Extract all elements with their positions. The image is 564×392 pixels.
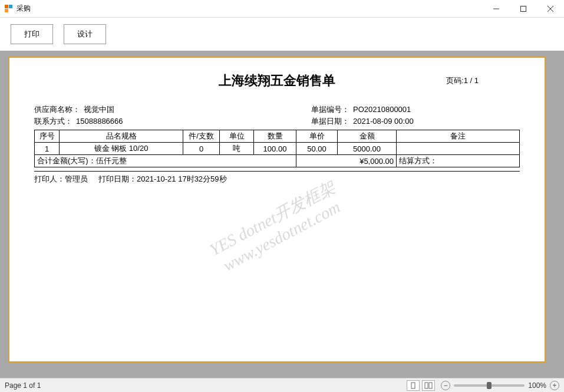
titlebar: 采购: [0, 0, 564, 18]
toolbar: 打印 设计: [0, 18, 564, 51]
cell-amount: 5000.00: [338, 143, 397, 155]
design-button[interactable]: 设计: [64, 24, 106, 44]
zoom-value: 100%: [528, 381, 546, 390]
zoom-in-button[interactable]: +: [550, 381, 559, 390]
watermark: YES dotnet开发框架 www.yesdotnet.com: [206, 177, 348, 278]
table-row: 1 镀金 钢板 10/20 0 吨 100.00 50.00 5000.00: [35, 143, 520, 155]
cell-pcs: 0: [183, 143, 220, 155]
print-footer: 打印人：管理员 打印日期：2021-10-21 17时32分59秒: [34, 174, 520, 185]
page-indicator: Page 1 of 1: [5, 381, 41, 390]
order-no-value: PO20210800001: [353, 105, 411, 114]
preview-area[interactable]: YES dotnet开发框架 www.yesdotnet.com 上海续翔五金销…: [0, 51, 564, 378]
window-title: 采购: [17, 4, 31, 14]
svg-rect-5: [425, 383, 428, 388]
col-qty: 数量: [254, 130, 296, 143]
cell-name: 镀金 钢板 10/20: [60, 143, 183, 155]
supplier-value: 视觉中国: [84, 105, 114, 114]
col-remark: 备注: [397, 130, 520, 143]
items-table: 序号 品名规格 件/支数 单位 数量 单价 金额 备注 1 镀金 钢板 10/2…: [34, 130, 520, 167]
view-mode-multi-button[interactable]: [422, 380, 435, 391]
report-page: YES dotnet开发框架 www.yesdotnet.com 上海续翔五金销…: [8, 57, 546, 363]
total-label-cell: 合计金额(大写)：伍仟元整: [35, 155, 296, 167]
zoom-out-button[interactable]: −: [441, 381, 450, 390]
cell-seq: 1: [35, 143, 60, 155]
supplier-label: 供应商名称：: [34, 105, 80, 114]
svg-rect-6: [429, 383, 432, 388]
col-name: 品名规格: [60, 130, 183, 143]
order-date-label: 单据日期：: [311, 117, 349, 126]
cell-price: 50.00: [296, 143, 338, 155]
col-unit: 单位: [220, 130, 254, 143]
close-button[interactable]: [537, 0, 564, 17]
cell-qty: 100.00: [254, 143, 296, 155]
order-date-value: 2021-08-09 00:00: [353, 117, 414, 126]
total-amount-cell: ¥5,000.00: [296, 155, 397, 167]
header-info: 供应商名称：视觉中国 单据编号：PO20210800001 联系方式：15088…: [34, 104, 520, 127]
contact-value: 15088886666: [76, 117, 123, 126]
minimize-button[interactable]: [483, 0, 510, 17]
zoom-slider[interactable]: [454, 384, 525, 387]
maximize-button[interactable]: [510, 0, 537, 17]
col-price: 单价: [296, 130, 338, 143]
cell-remark: [397, 143, 520, 155]
view-mode-single-button[interactable]: [407, 380, 420, 391]
app-icon: [5, 5, 13, 13]
total-row: 合计金额(大写)：伍仟元整 ¥5,000.00 结算方式：: [35, 155, 520, 167]
page-number: 页码:1 / 1: [446, 75, 479, 86]
settle-cell: 结算方式：: [397, 155, 520, 167]
contact-label: 联系方式：: [34, 117, 72, 126]
svg-rect-4: [411, 383, 415, 388]
order-no-label: 单据编号：: [311, 105, 349, 114]
col-amount: 金额: [338, 130, 397, 143]
svg-rect-1: [521, 6, 526, 11]
zoom-controls: − 100% +: [441, 381, 559, 390]
cell-unit: 吨: [220, 143, 254, 155]
statusbar: Page 1 of 1 − 100% +: [0, 378, 564, 392]
window-controls: [483, 0, 564, 17]
col-pcs: 件/支数: [183, 130, 220, 143]
print-button[interactable]: 打印: [11, 24, 53, 44]
divider: [34, 171, 520, 172]
col-seq: 序号: [35, 130, 60, 143]
table-header-row: 序号 品名规格 件/支数 单位 数量 单价 金额 备注: [35, 130, 520, 143]
